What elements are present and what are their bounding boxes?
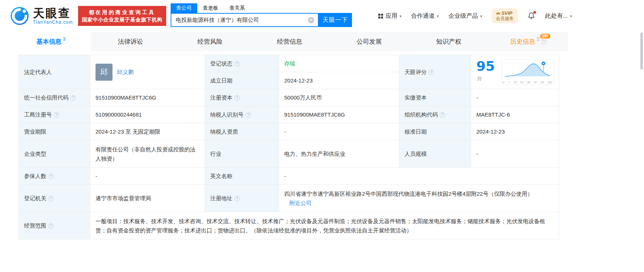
section-tabbar: 基本信息 3 法律诉讼 经营风险 经营信息 公司发展 知识产权 VIP 历史信息… bbox=[11, 32, 568, 51]
field-value-taxpayer-quality: - bbox=[279, 123, 399, 140]
field-value-english-name: - bbox=[279, 168, 559, 185]
search-tab-boss[interactable]: 查老板 bbox=[197, 3, 224, 13]
field-value-reg-status: 存续 bbox=[279, 55, 399, 72]
help-icon[interactable] bbox=[440, 112, 445, 118]
field-label: 纳税人识别号 bbox=[210, 111, 244, 118]
field-label: 注册地址 bbox=[210, 195, 232, 201]
field-label-reg-capital: 注册资本 bbox=[205, 89, 279, 106]
help-icon[interactable] bbox=[429, 70, 434, 75]
brand-domain: TianYanCha.com bbox=[33, 20, 73, 25]
help-icon[interactable] bbox=[54, 112, 59, 118]
nav-more[interactable]: 此处有... ▾ bbox=[545, 12, 572, 20]
field-label-taxpayer-id: 纳税人识别号 bbox=[205, 106, 279, 123]
field-value-paid-capital: - bbox=[471, 89, 559, 106]
field-label: 注册资本 bbox=[210, 94, 232, 101]
help-icon[interactable] bbox=[48, 223, 54, 229]
brand-name: 天眼查 bbox=[33, 7, 73, 20]
search-input[interactable] bbox=[171, 17, 308, 23]
field-label-english-name: 英文名称 bbox=[205, 168, 279, 185]
reg-address-text: 四川省遂宁市遂宁高新区裕业路2号中国西部现代物流港电子科技园2号楼4层附22号（… bbox=[284, 191, 533, 197]
field-label-reg-number: 工商注册号 bbox=[19, 106, 90, 123]
field-label-reg-status: 登记状态 bbox=[205, 55, 279, 72]
tab-label: 公司发展 bbox=[357, 37, 382, 46]
field-label-legal-rep: 法定代表人 bbox=[19, 55, 90, 89]
legal-rep-link[interactable]: 邱义鹏 bbox=[117, 67, 134, 77]
field-value-establish-date: 2024-12-23 bbox=[279, 72, 399, 89]
svip-membership-badge[interactable]: SVIP 会员服务 bbox=[492, 9, 518, 23]
field-label: 登记状态 bbox=[210, 60, 232, 67]
help-icon[interactable] bbox=[234, 196, 240, 201]
tab-basic-info[interactable]: 基本信息 3 bbox=[11, 32, 91, 51]
tab-label: 经营信息 bbox=[277, 37, 302, 46]
field-label: 登记机关 bbox=[24, 195, 46, 201]
svip-sublabel: 会员服务 bbox=[496, 16, 514, 21]
tab-intellectual-property[interactable]: 知识产权 bbox=[409, 32, 489, 51]
help-icon[interactable] bbox=[541, 39, 547, 44]
nav-more-label: 此处有... bbox=[545, 12, 568, 20]
field-value-business-term: 2024-12-23 至 无固定期限 bbox=[90, 123, 205, 140]
legal-rep-avatar[interactable]: 邱 bbox=[95, 64, 113, 81]
score-number: 95 bbox=[476, 58, 495, 74]
tab-count: 2 bbox=[537, 37, 539, 42]
company-info-table: 法定代表人 邱 邱义鹏 登记状态 存续 天眼评分 95分 bbox=[19, 55, 559, 239]
help-icon[interactable] bbox=[70, 95, 76, 101]
svip-label: SVIP bbox=[502, 10, 513, 16]
field-value-credit-code: 91510900MAE8TTJC6G bbox=[90, 89, 205, 106]
field-label: 纳税人资质 bbox=[210, 128, 238, 135]
chevron-down-icon: ▾ bbox=[570, 14, 572, 18]
field-label-establish-date: 成立日期 bbox=[205, 72, 279, 89]
search-button[interactable]: 天眼一下 bbox=[319, 13, 352, 27]
score-value: 95分 bbox=[476, 61, 497, 83]
field-label: 营业期限 bbox=[24, 128, 46, 135]
apps-grid-icon bbox=[378, 13, 383, 19]
field-label-score: 天眼评分 bbox=[399, 55, 471, 89]
field-value-insured-count: - bbox=[90, 168, 205, 185]
vip-badge: VIP bbox=[540, 34, 550, 38]
search-box: ✕ bbox=[171, 13, 319, 27]
search-tab-relation[interactable]: 查关系 bbox=[224, 3, 251, 13]
help-icon[interactable] bbox=[48, 196, 54, 201]
promo-line1: 都在用的商业查询工具 bbox=[82, 9, 162, 16]
page-scrollbar[interactable] bbox=[640, 33, 643, 70]
field-label: 人员规模 bbox=[405, 151, 427, 157]
field-label: 英文名称 bbox=[210, 173, 232, 179]
tab-history-info[interactable]: VIP 历史信息 2 bbox=[489, 32, 568, 51]
field-label-staff-size: 人员规模 bbox=[399, 140, 471, 168]
chevron-down-icon: ▾ bbox=[437, 14, 439, 18]
field-label-business-scope: 经营范围 bbox=[19, 212, 90, 239]
tab-company-development[interactable]: 公司发展 bbox=[329, 32, 409, 51]
tab-label: 历史信息 bbox=[510, 37, 535, 46]
help-icon[interactable] bbox=[234, 61, 240, 67]
help-icon[interactable] bbox=[234, 95, 240, 101]
tab-business-info[interactable]: 经营信息 bbox=[250, 32, 329, 51]
tab-count: 3 bbox=[63, 37, 66, 42]
nav-partner-channel[interactable]: 合作通道 ▾ bbox=[411, 12, 439, 20]
field-label-reg-address: 注册地址 bbox=[205, 185, 279, 212]
clear-icon[interactable]: ✕ bbox=[308, 17, 314, 23]
field-value-business-scope: 一般项目：技术服务、技术开发、技术咨询、技术交流、技术转让、技术推广；光伏设备及… bbox=[90, 212, 559, 239]
nav-enterprise-products[interactable]: 企业级产品 ▾ bbox=[449, 12, 482, 20]
nav-apps[interactable]: 应用 ▾ bbox=[378, 12, 402, 20]
field-label-credit-code: 统一社会信用代码 bbox=[19, 89, 90, 106]
field-label: 参保人数 bbox=[24, 173, 46, 179]
score-distribution-chart[interactable]: 011550859799100 bbox=[501, 59, 554, 85]
field-label: 企业类型 bbox=[24, 151, 46, 157]
nearby-companies-link[interactable]: 附近公司 bbox=[289, 200, 312, 206]
field-value-taxpayer-id: 91510900MAE8TTJC6G bbox=[279, 106, 399, 123]
help-icon[interactable] bbox=[245, 112, 251, 118]
field-value-score: 95分 011550859799100 bbox=[471, 55, 559, 89]
notification-bell-icon[interactable] bbox=[527, 12, 536, 20]
tianyancha-logo-icon bbox=[10, 6, 30, 26]
help-icon[interactable] bbox=[48, 174, 54, 179]
tianyancha-logo[interactable]: 天眼查 TianYanCha.com bbox=[10, 6, 73, 26]
search-tab-company[interactable]: 查公司 bbox=[171, 3, 197, 13]
nav-partner-label: 合作通道 bbox=[411, 12, 435, 20]
field-label-taxpayer-quality: 纳税人资质 bbox=[205, 123, 279, 140]
search-tabs: 查公司 查老板 查关系 bbox=[171, 3, 352, 13]
tab-business-risk[interactable]: 经营风险 bbox=[170, 32, 250, 51]
notification-dot bbox=[533, 11, 536, 14]
tab-legal-proceedings[interactable]: 法律诉讼 bbox=[91, 32, 170, 51]
field-label-paid-capital: 实缴资本 bbox=[399, 89, 471, 106]
field-label: 行业 bbox=[210, 151, 221, 157]
field-value-company-type: 有限责任公司（非自然人投资或控股的法人独资） bbox=[90, 140, 205, 168]
